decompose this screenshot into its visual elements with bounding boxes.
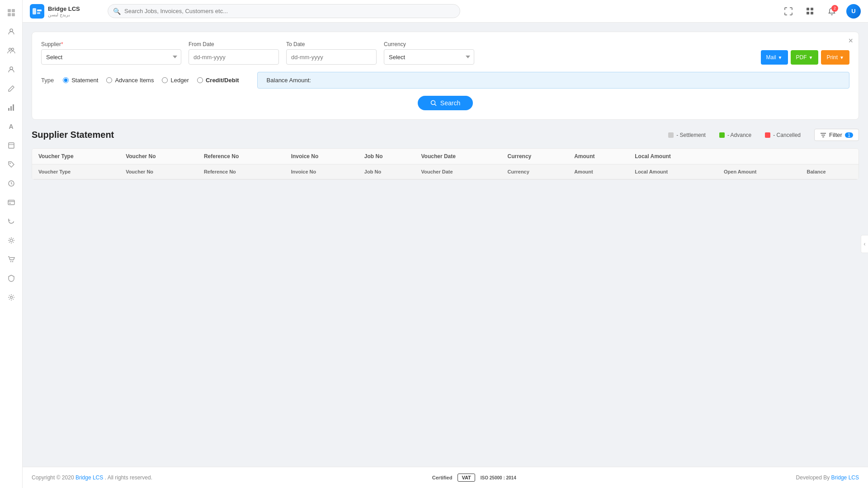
from-date-input[interactable] — [189, 49, 279, 65]
global-search-input[interactable] — [108, 4, 460, 18]
bar-chart-icon[interactable] — [3, 99, 19, 116]
svg-rect-8 — [8, 108, 9, 111]
settlement-dot — [668, 132, 674, 138]
user-profile-icon[interactable] — [3, 61, 19, 78]
col-amount-1: Amount — [568, 149, 628, 164]
team-icon[interactable] — [3, 42, 19, 59]
footer-center: Certified VAT ISO 25000 : 2014 — [432, 474, 516, 482]
radio-ledger[interactable]: Ledger — [162, 77, 189, 84]
footer-developed-link[interactable]: Bridge LCS — [831, 474, 859, 481]
footer-company-link[interactable]: Bridge LCS — [75, 474, 103, 481]
col-invoice-no-2: Invoice No — [285, 164, 358, 179]
gear-icon[interactable] — [3, 289, 19, 305]
pencil-icon[interactable] — [3, 80, 19, 97]
svg-rect-24 — [811, 8, 813, 10]
svg-point-17 — [10, 261, 11, 262]
pdf-dropdown-arrow: ▼ — [809, 55, 813, 60]
search-btn-icon — [430, 100, 437, 106]
app-title: Bridge LCS — [48, 5, 80, 12]
vat-badge: VAT — [458, 474, 475, 482]
col-balance: Balance — [801, 164, 859, 179]
currency-field: Currency Select — [384, 41, 474, 65]
clock-icon[interactable] — [3, 175, 19, 192]
filter-count-badge: 1 — [845, 132, 853, 138]
notification-badge: 2 — [831, 5, 838, 12]
close-button[interactable]: × — [848, 37, 853, 45]
legend-advance: - Advance — [719, 132, 751, 138]
shield-icon[interactable] — [3, 270, 19, 286]
dashboard-icon[interactable] — [3, 5, 19, 21]
footer-left: Copyright © 2020 Bridge LCS . All rights… — [32, 474, 152, 481]
currency-select[interactable]: Select — [384, 49, 474, 65]
supplier-select[interactable]: Select — [41, 49, 181, 65]
mail-dropdown-arrow: ▼ — [778, 55, 783, 60]
svg-rect-3 — [12, 13, 15, 16]
search-button-row: Search — [41, 96, 849, 110]
settings-alt-icon[interactable] — [3, 232, 19, 249]
svg-rect-21 — [37, 9, 42, 11]
svg-rect-15 — [9, 203, 11, 204]
balance-box: Balance Amount: — [257, 72, 849, 89]
legend: - Settlement - Advance - Cancelled — [668, 129, 859, 141]
col-currency-1: Currency — [501, 149, 568, 164]
mail-button[interactable]: Mail ▼ — [761, 50, 788, 65]
svg-point-19 — [10, 296, 12, 299]
statement-header: Supplier Statement - Settlement - Advanc… — [32, 129, 859, 141]
col-job-no-1: Job No — [358, 149, 415, 164]
svg-rect-2 — [8, 13, 11, 16]
to-date-label: To Date — [286, 41, 377, 47]
svg-point-4 — [10, 29, 13, 32]
col-open-amount: Open Amount — [717, 164, 800, 179]
col-currency-2: Currency — [501, 164, 568, 179]
to-date-field: To Date — [286, 41, 377, 65]
type-label: Type — [41, 77, 54, 84]
app-subtitle: بريدج لبسن — [48, 12, 80, 17]
cart-icon[interactable] — [3, 251, 19, 267]
global-search-bar[interactable]: 🔍 — [108, 4, 460, 18]
refresh-icon[interactable] — [3, 213, 19, 230]
font-icon[interactable]: A — [3, 118, 19, 135]
radio-statement[interactable]: Statement — [63, 77, 98, 84]
search-button[interactable]: Search — [418, 96, 473, 110]
svg-rect-1 — [12, 9, 15, 12]
col-reference-no-1: Reference No — [198, 149, 285, 164]
filter-row-1: Supplier* Select From Date To Date Curre… — [41, 41, 849, 65]
svg-point-18 — [12, 261, 13, 262]
currency-label: Currency — [384, 41, 474, 47]
statement-title: Supplier Statement — [32, 130, 114, 140]
col-voucher-date-2: Voucher Date — [415, 164, 501, 179]
notification-icon[interactable]: 2 — [825, 4, 839, 19]
col-local-amount-2: Local Amount — [628, 164, 717, 179]
pdf-button[interactable]: PDF ▼ — [791, 50, 819, 65]
radio-creditdebit[interactable]: Credit/Debit — [197, 77, 239, 84]
search-icon: 🔍 — [113, 8, 121, 15]
person-icon[interactable] — [3, 23, 19, 40]
table-header-row-1: Voucher Type Voucher No Reference No Inv… — [32, 149, 859, 164]
filter-icon — [820, 132, 826, 138]
table-header-row-2: Voucher Type Voucher No Reference No Inv… — [32, 164, 859, 179]
print-button[interactable]: Print ▼ — [821, 50, 849, 65]
filter-button[interactable]: Filter 1 — [814, 129, 859, 141]
grid-icon[interactable] — [803, 4, 817, 19]
box-icon[interactable] — [3, 137, 19, 154]
col-voucher-no-1: Voucher No — [119, 149, 198, 164]
type-row: Type Statement Advance Items Ledger Cred… — [41, 72, 849, 89]
card-icon[interactable] — [3, 194, 19, 211]
to-date-input[interactable] — [286, 49, 377, 65]
col-voucher-date-1: Voucher Date — [415, 149, 501, 164]
svg-rect-11 — [9, 143, 14, 148]
svg-point-7 — [10, 67, 13, 70]
user-avatar[interactable]: U — [846, 4, 861, 19]
col-local-amount-1: Local Amount — [628, 149, 717, 164]
content-area: × Supplier* Select From Date To Date — [23, 23, 868, 467]
tag-icon[interactable] — [3, 156, 19, 173]
col-job-no-2: Job No — [358, 164, 415, 179]
legend-settlement: - Settlement — [668, 132, 706, 138]
radio-advance[interactable]: Advance Items — [106, 77, 154, 84]
svg-point-27 — [431, 101, 435, 105]
radio-group: Statement Advance Items Ledger Credit/De… — [63, 77, 239, 84]
svg-rect-25 — [807, 12, 809, 14]
expand-icon[interactable] — [781, 4, 796, 19]
col-invoice-no-1: Invoice No — [285, 149, 358, 164]
collapse-handle[interactable]: ‹ — [861, 235, 868, 253]
